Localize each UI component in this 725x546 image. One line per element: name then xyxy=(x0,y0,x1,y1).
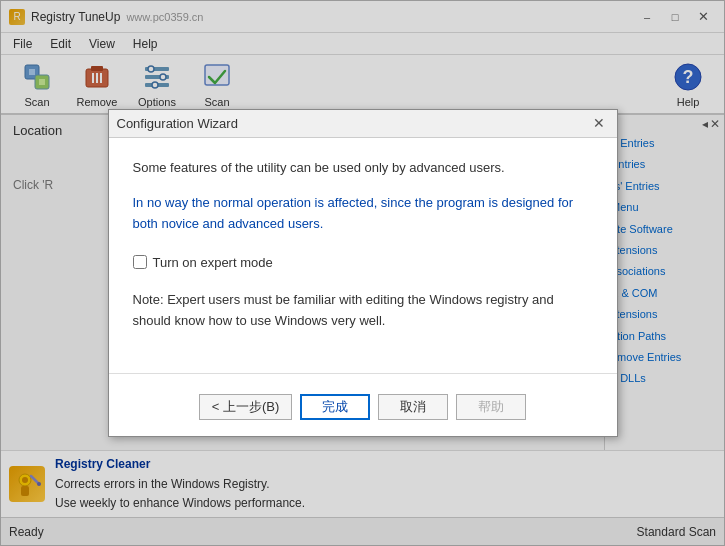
expert-mode-row: Turn on expert mode xyxy=(133,255,593,270)
config-wizard-dialog: Configuration Wizard ✕ Some features of … xyxy=(108,109,618,438)
modal-title: Configuration Wizard xyxy=(117,116,238,131)
modal-divider xyxy=(109,373,617,374)
expert-mode-label: Turn on expert mode xyxy=(153,255,273,270)
modal-info-text: Some features of the utility can be used… xyxy=(133,158,593,178)
modal-footer: < 上一步(B) 完成 取消 帮助 xyxy=(109,386,617,436)
modal-help-button[interactable]: 帮助 xyxy=(456,394,526,420)
modal-blue-text: In no way the normal operation is affect… xyxy=(133,193,593,235)
expert-mode-checkbox[interactable] xyxy=(133,255,147,269)
modal-back-button[interactable]: < 上一步(B) xyxy=(199,394,293,420)
main-window: R Registry TuneUp www.pc0359.cn – □ ✕ Fi… xyxy=(0,0,725,546)
modal-overlay: Configuration Wizard ✕ Some features of … xyxy=(1,1,724,545)
modal-body: Some features of the utility can be used… xyxy=(109,138,617,362)
modal-title-bar: Configuration Wizard ✕ xyxy=(109,110,617,138)
modal-close-button[interactable]: ✕ xyxy=(589,113,609,133)
modal-cancel-button[interactable]: 取消 xyxy=(378,394,448,420)
modal-finish-button[interactable]: 完成 xyxy=(300,394,370,420)
modal-note-text: Note: Expert users must be familiar with… xyxy=(133,290,593,332)
